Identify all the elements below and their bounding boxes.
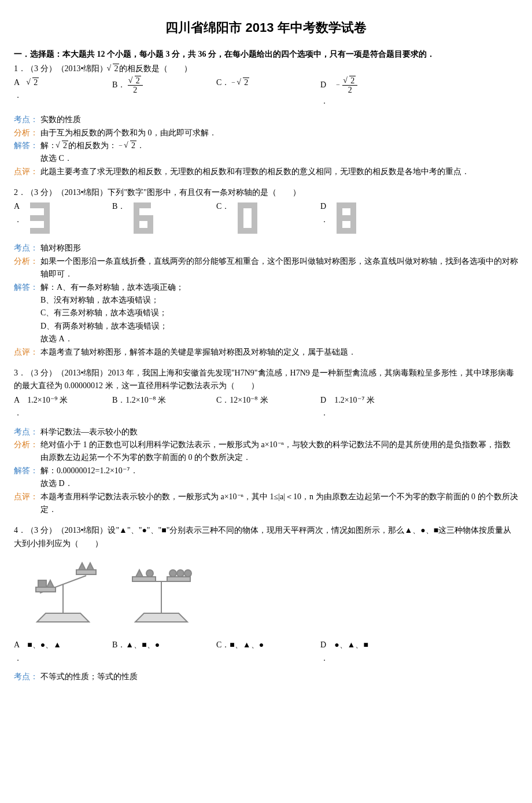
page-title: 四川省绵阳市 2013 年中考数学试卷 xyxy=(14,17,518,38)
q2-kaodian-label: 考点： xyxy=(14,242,40,255)
question-2: 2．（3 分）（2013•绵阳）下列"数字"图形中，有且仅有一条对称轴的是（ ）… xyxy=(14,186,518,359)
q4-optB-label: B． xyxy=(112,640,125,649)
q4-kaodian: 不等式的性质；等式的性质 xyxy=(40,671,518,683)
svg-point-12 xyxy=(146,570,153,577)
q4-optA-value: ■、●、▲ xyxy=(27,640,61,649)
q3-jieda-label: 解答： xyxy=(14,465,40,477)
q2-options: A ． B． xyxy=(14,200,518,236)
q3-optA-dot: ． xyxy=(14,407,112,419)
q1-jieda-label: 解答： xyxy=(14,139,40,152)
q3-optB-label: B． xyxy=(112,396,125,404)
q3-fenxi: 绝对值小于 1 的正数也可以利用科学记数法表示，一般形式为 a×10⁻ⁿ，与较大… xyxy=(40,439,518,465)
balance-scale-icon xyxy=(14,552,222,628)
q3-dianping-label: 点评： xyxy=(14,491,40,503)
q3-jieda-line2: 故选 D． xyxy=(40,477,518,490)
q1-kaodian: 实数的性质 xyxy=(40,113,518,126)
q4-optA-dot: ． xyxy=(14,652,112,665)
digit-0-icon xyxy=(234,200,260,236)
q2-optA-dot: ． xyxy=(14,213,22,226)
q1-optA-dot: ． xyxy=(14,89,112,102)
q3-dianping: 本题考查用科学记数法表示较小的数，一般形式为 a×10⁻ⁿ，其中 1≤|a|＜1… xyxy=(40,491,518,517)
q2-fenxi-label: 分析： xyxy=(14,255,40,268)
q4-optD-dot: ． xyxy=(320,652,407,665)
q1-dianping-label: 点评： xyxy=(14,165,40,178)
q2-jieda-line2: B、没有对称轴，故本选项错误； xyxy=(40,294,518,307)
digit-6-icon xyxy=(130,200,156,236)
q2-jieda-line3: C、有三条对称轴，故本选项错误； xyxy=(40,307,518,319)
svg-rect-5 xyxy=(76,570,96,574)
svg-point-16 xyxy=(184,570,191,577)
q2-optC-label: C． xyxy=(216,200,230,213)
q2-jieda-line4: D、有两条对称轴，故本选项错误； xyxy=(40,320,518,333)
q2-optD-label: D xyxy=(320,200,328,213)
q4-optC-value: ■、▲、● xyxy=(230,640,264,649)
q3-optD-value: 1.2×10⁻⁷ 米 xyxy=(334,396,375,404)
q4-stem: 4．（3 分）（2013•绵阳）设"▲"、"●"、"■"分别表示三种不同的物体，… xyxy=(14,524,518,550)
digit-3-icon xyxy=(27,200,52,236)
q3-optA-label: A xyxy=(14,396,19,404)
question-1: 1．（3 分）（2013•绵阳）2的相反数是（ ） A 2 ． B． 22 C．… xyxy=(14,62,518,179)
q3-options: A 1.2×10⁻⁹ 米 ． B．1.2×10⁻⁸ 米 C．12×10⁻⁸ 米 … xyxy=(14,394,518,420)
q2-optB-label: B． xyxy=(112,200,125,213)
q4-kaodian-label: 考点： xyxy=(14,671,40,683)
svg-marker-7 xyxy=(87,563,94,570)
q3-kaodian-label: 考点： xyxy=(14,426,40,439)
question-4: 4．（3 分）（2013•绵阳）设"▲"、"●"、"■"分别表示三种不同的物体，… xyxy=(14,524,518,683)
q3-optD-label: D xyxy=(320,396,326,404)
q3-stem: 3．（3 分）（2013•绵阳）2013 年，我国上海和安徽首先发现"H7N9"… xyxy=(14,367,518,393)
q1-dianping: 此题主要考查了求无理数的相反数，无理数的相反数和有理数的相反数的意义相同，无理数… xyxy=(40,165,518,178)
q1-optD-dot: ． xyxy=(320,95,407,108)
q3-optC-value: 12×10⁻⁸ 米 xyxy=(230,396,268,404)
q1-jieda-line2: 故选 C． xyxy=(40,152,518,165)
svg-marker-11 xyxy=(136,570,143,577)
svg-marker-4 xyxy=(47,580,54,587)
q1-stem: 1．（3 分）（2013•绵阳）2的相反数是（ ） xyxy=(14,62,518,75)
q1-optA-label: A xyxy=(14,78,19,87)
svg-point-15 xyxy=(177,570,184,577)
q1-jieda-line1: 解：2的相反数为：﹣2． xyxy=(40,139,518,152)
q2-jieda-label: 解答： xyxy=(14,281,40,294)
digit-8-icon xyxy=(333,200,359,236)
q1-options: A 2 ． B． 22 C．﹣2 D ﹣22 ． xyxy=(14,76,518,108)
q1-fenxi-label: 分析： xyxy=(14,127,40,139)
q4-options: A ■、●、▲ ． B．▲、■、● C．■、▲、● D ●、▲、■ ． xyxy=(14,639,518,665)
q3-kaodian: 科学记数法—表示较小的数 xyxy=(40,426,518,439)
q1-optB-value: 22 xyxy=(128,76,143,95)
q1-optC-label: C． xyxy=(216,78,230,87)
q1-fenxi: 由于互为相反数的两个数和为 0，由此即可求解． xyxy=(40,127,518,139)
q3-optC-label: C． xyxy=(216,396,230,404)
q4-optD-value: ●、▲、■ xyxy=(334,640,368,649)
svg-marker-6 xyxy=(79,563,86,570)
q1-kaodian-label: 考点： xyxy=(14,113,40,126)
q4-optD-label: D xyxy=(320,640,326,649)
svg-rect-2 xyxy=(36,587,56,592)
question-3: 3．（3 分）（2013•绵阳）2013 年，我国上海和安徽首先发现"H7N9"… xyxy=(14,367,518,516)
q2-dianping-label: 点评： xyxy=(14,346,40,359)
q2-optA-label: A xyxy=(14,200,22,213)
q2-jieda-line1: 解：A、有一条对称轴，故本选项正确； xyxy=(40,281,518,294)
q3-fenxi-label: 分析： xyxy=(14,439,40,451)
svg-rect-13 xyxy=(167,577,190,581)
q2-optD-dot: ． xyxy=(320,213,328,226)
q3-optB-value: 1.2×10⁻⁸ 米 xyxy=(125,396,166,404)
q1-optD-label: D xyxy=(320,80,326,89)
q2-kaodian: 轴对称图形 xyxy=(40,242,518,255)
q4-optB-value: ▲、■、● xyxy=(125,640,160,649)
svg-rect-3 xyxy=(38,580,46,587)
q2-stem: 2．（3 分）（2013•绵阳）下列"数字"图形中，有且仅有一条对称轴的是（ ） xyxy=(14,186,518,199)
svg-point-14 xyxy=(169,570,176,577)
q1-optA-value: 2 xyxy=(27,76,39,89)
q2-fenxi: 如果一个图形沿一条直线折叠，直线两旁的部分能够互相重合，这个图形叫做轴对称图形，… xyxy=(40,255,518,281)
section-heading: 一．选择题：本大题共 12 个小题，每小题 3 分，共 36 分，在每小题给出的… xyxy=(14,48,518,61)
q3-optD-dot: ． xyxy=(320,407,407,419)
q2-jieda-line5: 故选 A． xyxy=(40,333,518,345)
q3-jieda-line1: 解：0.00000012=1.2×10⁻⁷． xyxy=(40,465,518,477)
q4-optA-label: A xyxy=(14,640,19,649)
q1-optB-label: B． xyxy=(112,80,125,89)
q4-optC-label: C． xyxy=(216,640,230,649)
q1-optC-value: 2 xyxy=(238,76,249,89)
q3-optA-value: 1.2×10⁻⁹ 米 xyxy=(27,396,68,404)
q1-optD-value: 22 xyxy=(342,76,357,95)
q2-dianping: 本题考查了轴对称图形，解答本题的关键是掌握轴对称图及对称轴的定义，属于基础题． xyxy=(40,346,518,359)
svg-rect-10 xyxy=(132,577,156,581)
